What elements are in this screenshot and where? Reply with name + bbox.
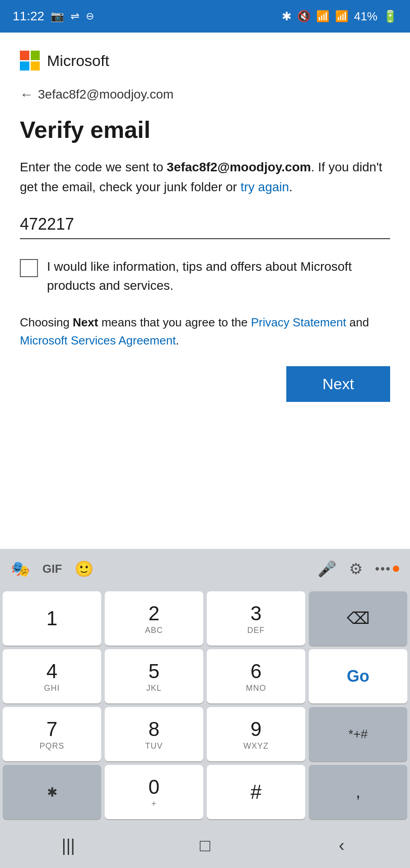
- more-dots-icon: •••: [375, 561, 391, 576]
- desc-part1: Enter the code we sent to: [20, 160, 167, 174]
- key-1[interactable]: 1: [3, 591, 101, 646]
- key-go[interactable]: Go: [309, 649, 407, 703]
- keyboard: 🎭 GIF 🙂 🎤 ⚙ ••• 1 2 ABC 3 DEF: [0, 549, 410, 868]
- key-hash[interactable]: #: [207, 765, 305, 819]
- key-row-3: 7 PQRS 8 TUV 9 WXYZ *+#: [3, 707, 407, 761]
- description-text: Enter the code we sent to 3efac8f2@moodj…: [20, 157, 390, 197]
- key-star[interactable]: ✱: [3, 765, 101, 819]
- key-0-sub: +: [151, 799, 157, 809]
- wifi-signal-icon: 📶: [316, 10, 330, 23]
- bottom-nav: ||| □ ‹: [0, 823, 410, 868]
- mic-icon[interactable]: 🎤: [317, 560, 336, 578]
- key-4-sub: GHI: [44, 684, 60, 693]
- try-again-link[interactable]: try again: [241, 180, 289, 194]
- desc-email: 3efac8f2@moodjoy.com: [167, 160, 311, 174]
- key-0-label: 0: [149, 776, 159, 798]
- battery-icon: 🔋: [383, 9, 397, 24]
- key-7-sub: PQRS: [39, 741, 64, 751]
- code-input[interactable]: [20, 215, 390, 234]
- legal-end: .: [176, 334, 179, 347]
- keyboard-rows: 1 2 ABC 3 DEF ⌫ 4 GHI 5 JKL: [0, 589, 410, 819]
- key-6-sub: MNO: [246, 684, 266, 693]
- key-6-label: 6: [251, 660, 261, 683]
- sticker-icon[interactable]: 🎭: [11, 560, 30, 578]
- go-label: Go: [347, 667, 369, 686]
- checkbox-row[interactable]: I would like information, tips and offer…: [20, 257, 390, 295]
- key-row-4: ✱ 0 + # ,: [3, 765, 407, 819]
- more-options[interactable]: •••: [375, 561, 399, 576]
- key-9[interactable]: 9 WXYZ: [207, 707, 305, 761]
- emoji-icon[interactable]: 🙂: [75, 560, 93, 578]
- key-row-2: 4 GHI 5 JKL 6 MNO Go: [3, 649, 407, 703]
- key-backspace[interactable]: ⌫: [309, 591, 407, 646]
- marketing-checkbox[interactable]: [20, 259, 38, 277]
- key-5[interactable]: 5 JKL: [105, 649, 203, 703]
- settings-icon[interactable]: ⚙: [349, 560, 363, 578]
- ms-green-square: [31, 51, 40, 60]
- privacy-statement-link[interactable]: Privacy Statement: [251, 316, 346, 329]
- nav-recent-button[interactable]: |||: [50, 830, 86, 861]
- nav-home-button[interactable]: □: [187, 830, 223, 861]
- main-content: Microsoft ← 3efac8f2@moodjoy.com Verify …: [0, 33, 410, 458]
- account-email: 3efac8f2@moodjoy.com: [38, 87, 173, 102]
- microsoft-logo-text: Microsoft: [47, 52, 109, 70]
- key-3-label: 3: [251, 602, 261, 625]
- gif-icon[interactable]: GIF: [42, 562, 62, 576]
- nav-back-button[interactable]: ‹: [324, 830, 360, 861]
- checkbox-label: I would like information, tips and offer…: [47, 257, 390, 295]
- battery-text: 41%: [354, 9, 377, 24]
- legal-middle: means that you agree to the: [98, 316, 251, 329]
- legal-text: Choosing Next means that you agree to th…: [20, 313, 390, 350]
- services-agreement-link[interactable]: Microsoft Services Agreement: [20, 334, 176, 347]
- key-symbol[interactable]: *+#: [309, 707, 407, 761]
- ms-red-square: [20, 51, 29, 60]
- page-title: Verify email: [20, 116, 390, 144]
- key-8-label: 8: [149, 718, 159, 741]
- key-8-sub: TUV: [145, 741, 163, 751]
- legal-and: and: [346, 316, 369, 329]
- keyboard-toolbar: 🎭 GIF 🙂 🎤 ⚙ •••: [0, 549, 410, 589]
- key-icon: ⊖: [86, 10, 94, 22]
- microsoft-logo: Microsoft: [20, 51, 390, 71]
- ms-yellow-square: [31, 61, 40, 71]
- key-7-label: 7: [47, 718, 57, 741]
- code-input-container: [20, 215, 390, 239]
- backspace-icon: ⌫: [347, 609, 370, 628]
- back-nav-icon: ‹: [339, 836, 345, 855]
- status-left: 11:22 📷 ⇌ ⊖: [13, 9, 94, 24]
- status-right: ✱ 🔇 📶 📶 41% 🔋: [282, 9, 397, 24]
- key-1-label: 1: [47, 607, 57, 630]
- signal-bars-icon: 📶: [335, 10, 349, 23]
- bluetooth-icon: ✱: [282, 9, 292, 24]
- key-2-label: 2: [149, 602, 159, 625]
- key-4[interactable]: 4 GHI: [3, 649, 101, 703]
- key-2-sub: ABC: [145, 626, 163, 635]
- key-comma[interactable]: ,: [309, 765, 407, 819]
- star-label: ✱: [47, 785, 57, 800]
- key-4-label: 4: [47, 660, 57, 683]
- toolbar-right: 🎤 ⚙ •••: [317, 560, 399, 578]
- key-7[interactable]: 7 PQRS: [3, 707, 101, 761]
- ms-logo-grid: [20, 51, 40, 71]
- key-6[interactable]: 6 MNO: [207, 649, 305, 703]
- key-3[interactable]: 3 DEF: [207, 591, 305, 646]
- key-5-sub: JKL: [146, 684, 162, 693]
- hash-label: #: [251, 781, 261, 803]
- key-2[interactable]: 2 ABC: [105, 591, 203, 646]
- back-link[interactable]: ← 3efac8f2@moodjoy.com: [20, 87, 390, 102]
- symbol-label: *+#: [349, 727, 368, 741]
- desc-end: .: [289, 180, 293, 194]
- key-row-1: 1 2 ABC 3 DEF ⌫: [3, 591, 407, 646]
- mute-icon: 🔇: [297, 10, 311, 23]
- ms-blue-square: [20, 61, 29, 71]
- status-bar: 11:22 📷 ⇌ ⊖ ✱ 🔇 📶 📶 41% 🔋: [0, 0, 410, 33]
- key-8[interactable]: 8 TUV: [105, 707, 203, 761]
- notification-dot: [393, 566, 399, 572]
- next-button-row: Next: [20, 366, 390, 402]
- comma-label: ,: [356, 783, 360, 802]
- key-0[interactable]: 0 +: [105, 765, 203, 819]
- next-button[interactable]: Next: [286, 366, 390, 402]
- recent-icon: |||: [62, 836, 75, 855]
- home-icon: □: [200, 836, 210, 855]
- key-3-sub: DEF: [247, 626, 265, 635]
